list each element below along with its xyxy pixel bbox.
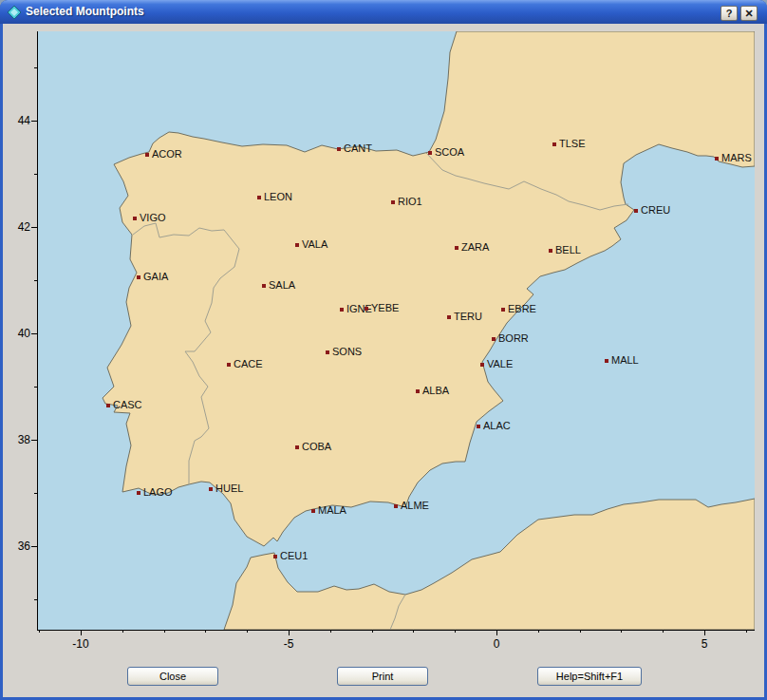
dialog-window: Selected Mountpoints ? ✕ -10-50536384042…: [0, 0, 767, 700]
map-plot: [38, 31, 755, 630]
print-button[interactable]: Print: [337, 667, 428, 686]
titlebar[interactable]: Selected Mountpoints ? ✕: [0, 0, 767, 24]
app-icon: [7, 5, 22, 20]
coastline-map: [38, 31, 755, 630]
help-button[interactable]: Help=Shift+F1: [537, 667, 642, 686]
titlebar-close-icon[interactable]: ✕: [740, 6, 758, 21]
iberia-france-landmass: [103, 31, 755, 546]
window-title: Selected Mountpoints: [26, 0, 144, 24]
north-africa-landmass: [224, 499, 755, 630]
close-button[interactable]: Close: [127, 667, 218, 686]
titlebar-help-button[interactable]: ?: [720, 6, 738, 21]
